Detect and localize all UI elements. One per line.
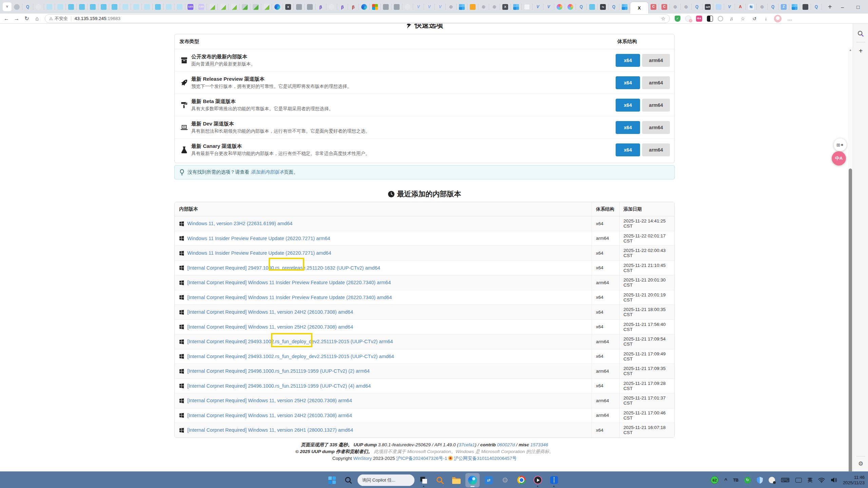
build-link[interactable]: [Internal Corpnet Required] 29496.1000.r… <box>187 368 370 374</box>
sidebar-search-button[interactable] <box>853 28 868 39</box>
contrib-link[interactable]: 060027d <box>497 442 515 447</box>
bookmark-star-icon[interactable]: ☆ <box>661 16 666 22</box>
browser-tab[interactable]: ⊕ <box>478 4 489 10</box>
browser-tab[interactable]: Q <box>22 4 33 10</box>
minimize-button[interactable]: – <box>835 0 850 14</box>
media-settings-icon[interactable]: ♫ <box>728 15 735 22</box>
active-tab[interactable]: X <box>630 2 648 14</box>
browser-tab[interactable]: ⊕ <box>757 4 768 10</box>
browser-tab[interactable] <box>402 4 413 10</box>
browser-tab[interactable] <box>370 4 381 10</box>
browser-tab[interactable] <box>229 4 239 10</box>
browser-tab[interactable]: β <box>315 4 326 10</box>
browser-tab[interactable]: Q <box>576 4 587 10</box>
start-button[interactable] <box>325 473 339 487</box>
file-explorer-button[interactable] <box>449 473 463 487</box>
x64-button[interactable]: x64 <box>616 121 640 134</box>
forward-button[interactable]: → <box>12 16 22 22</box>
arm64-button[interactable]: arm64 <box>642 54 670 67</box>
browser-tab[interactable]: Q <box>768 4 778 10</box>
build-link[interactable]: Windows 11 Insider Preview Feature Updat… <box>187 250 331 256</box>
browser-tab[interactable]: V <box>533 4 543 10</box>
browser-tab[interactable]: C <box>648 4 659 10</box>
browser-tab[interactable] <box>33 4 44 10</box>
browser-tab[interactable]: V <box>424 4 435 10</box>
browser-tab[interactable]: V <box>543 4 554 10</box>
browser-tab[interactable]: A <box>735 4 746 10</box>
downloads-icon[interactable]: ↓ <box>763 15 769 22</box>
x64-button[interactable]: x64 <box>616 76 640 89</box>
back-button[interactable]: ← <box>1 16 12 22</box>
media-player-button[interactable] <box>531 473 545 487</box>
browser-tab[interactable] <box>789 4 800 10</box>
browser-tab[interactable] <box>326 4 337 10</box>
x64-button[interactable]: x64 <box>616 99 640 112</box>
defender-shield-icon[interactable] <box>757 477 763 484</box>
browser-tab[interactable] <box>131 4 142 10</box>
arm64-button[interactable]: arm64 <box>642 76 670 89</box>
browser-tab[interactable] <box>511 4 522 10</box>
browser-tab[interactable] <box>44 4 55 10</box>
tray-badge-62[interactable]: 62 <box>711 476 718 484</box>
browser-tab[interactable] <box>305 4 315 10</box>
ime-indicator[interactable]: 英 <box>808 477 812 483</box>
arm64-button[interactable]: arm64 <box>642 143 670 156</box>
chrome-button[interactable] <box>514 473 528 487</box>
browser-tab[interactable]: V <box>413 4 424 10</box>
build-link[interactable]: [Internal Corpnet Required] Windows 11 I… <box>187 280 391 285</box>
browser-tab[interactable] <box>66 4 77 10</box>
history-icon[interactable]: ↺ <box>751 15 758 22</box>
browser-tab[interactable]: ⊕ <box>681 4 692 10</box>
adblock-shield-icon[interactable]: ✓ <box>675 16 680 22</box>
build-link[interactable]: [Internal Corpnet Required] Windows 11, … <box>187 398 352 403</box>
build-link[interactable]: Windows 11 Insider Preview Feature Updat… <box>187 236 330 241</box>
browser-tab[interactable] <box>522 4 533 10</box>
add-build-link[interactable]: 添加新内部版本 <box>251 169 284 175</box>
build-link[interactable]: [Internal Corpnet Required] Windows 11, … <box>187 309 353 315</box>
commit-link[interactable]: 37cefa1 <box>459 442 475 447</box>
touchpad-icon[interactable] <box>795 478 802 483</box>
edge-button[interactable] <box>465 473 480 487</box>
browser-tab[interactable] <box>142 4 153 10</box>
browser-tab[interactable] <box>12 4 22 10</box>
browser-tab[interactable]: ⊕ <box>670 4 681 10</box>
contrast-extension-icon[interactable] <box>707 16 713 22</box>
browser-tab[interactable]: Z <box>778 4 789 10</box>
build-link[interactable]: [Internal Corpnet Required] Windows 11, … <box>187 413 352 418</box>
browser-tab[interactable]: xu5 <box>702 4 713 10</box>
browser-tab[interactable]: β <box>348 4 359 10</box>
zip-app-button[interactable] <box>547 473 561 487</box>
build-link[interactable]: Windows 11, version 23H2 (22631.6199) am… <box>187 221 292 226</box>
browser-tab[interactable]: C <box>659 4 670 10</box>
browser-tab[interactable] <box>800 4 811 10</box>
scroll-up-arrow[interactable]: ▲ <box>848 47 853 52</box>
tab-search-button[interactable]: ˅ <box>3 2 12 11</box>
more-menu-icon[interactable]: … <box>786 15 793 22</box>
icp-link[interactable]: 沪ICP备2024047326号-1 <box>396 456 447 461</box>
browser-tab[interactable] <box>359 4 370 10</box>
browser-tab[interactable] <box>457 4 467 10</box>
browser-tab[interactable]: 知 <box>746 4 757 10</box>
copilot-searchbox[interactable]: 询问 Copilot 任... <box>358 474 414 486</box>
browser-tab[interactable] <box>565 4 576 10</box>
browser-tab[interactable] <box>163 4 174 10</box>
browser-tab[interactable] <box>619 4 630 10</box>
url-text[interactable]: 43.135.159.245:19683 <box>75 16 120 21</box>
browser-tab[interactable]: 123 <box>185 4 196 10</box>
page-scrollbar[interactable]: ▲ ▼ <box>848 47 853 471</box>
browser-tab[interactable]: X <box>500 4 511 10</box>
green-sync-tray-icon[interactable]: ↻ <box>744 477 751 484</box>
browser-tab[interactable] <box>713 4 724 10</box>
wifi-icon[interactable] <box>818 477 825 483</box>
browser-tab[interactable]: Q <box>692 4 702 10</box>
browser-tab[interactable] <box>120 4 131 10</box>
browser-tab[interactable]: ⊕ <box>446 4 457 10</box>
x64-button[interactable]: x64 <box>616 143 640 156</box>
browser-tab[interactable]: 123 <box>196 4 207 10</box>
arm64-button[interactable]: arm64 <box>642 99 670 112</box>
build-link[interactable]: [Internal Corpnet Required] Windows 11 I… <box>187 295 392 300</box>
address-bar[interactable]: ⚠ 不安全 43.135.159.245:19683 ☆ <box>45 14 670 23</box>
profile-avatar[interactable] <box>774 15 782 22</box>
browser-tab[interactable] <box>294 4 305 10</box>
browser-tab[interactable] <box>239 4 250 10</box>
